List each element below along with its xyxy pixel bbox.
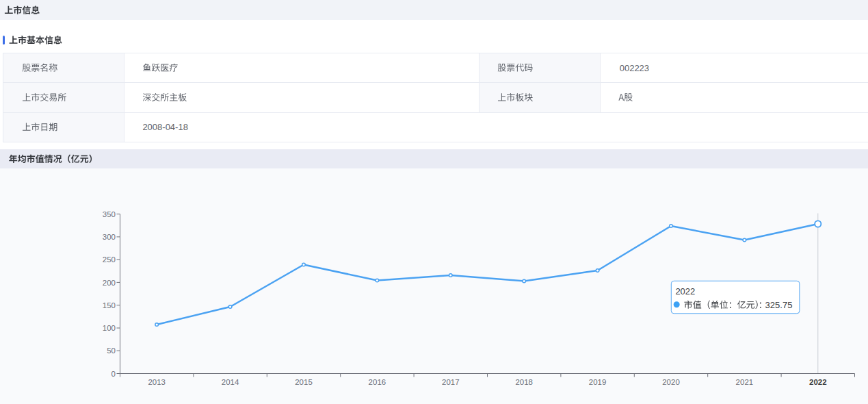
svg-text:100: 100 xyxy=(103,324,116,332)
svg-text:2019: 2019 xyxy=(589,378,607,386)
svg-text:300: 300 xyxy=(103,233,116,241)
svg-text:2017: 2017 xyxy=(442,378,460,386)
svg-text:2008-04-18: 2008-04-18 xyxy=(142,122,188,132)
svg-text:2022: 2022 xyxy=(809,378,827,386)
svg-text:002223: 002223 xyxy=(620,63,649,73)
svg-text:2013: 2013 xyxy=(148,378,166,386)
svg-text:2022: 2022 xyxy=(675,286,695,296)
svg-text:2016: 2016 xyxy=(369,378,386,386)
svg-text:2014: 2014 xyxy=(222,378,239,386)
svg-text:0: 0 xyxy=(111,370,116,378)
svg-text:2021: 2021 xyxy=(736,378,754,386)
svg-text:200: 200 xyxy=(103,279,116,287)
svg-text:50: 50 xyxy=(107,346,116,355)
svg-text:150: 150 xyxy=(103,301,116,310)
svg-text:2018: 2018 xyxy=(515,378,533,386)
svg-text:2015: 2015 xyxy=(295,378,313,386)
svg-text:350: 350 xyxy=(103,210,116,218)
svg-text:250: 250 xyxy=(103,255,116,264)
svg-text:325.75: 325.75 xyxy=(765,300,793,310)
svg-text:2020: 2020 xyxy=(662,378,680,386)
